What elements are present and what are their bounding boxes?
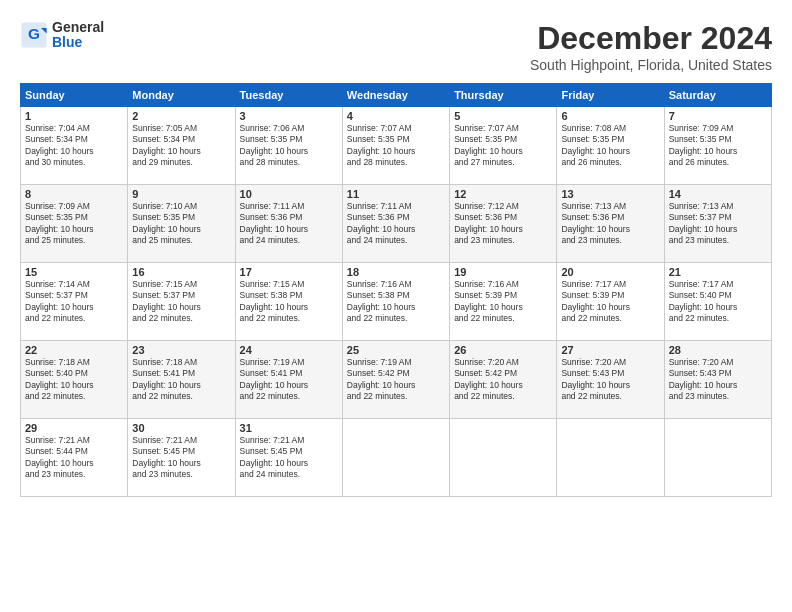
day-info: Sunrise: 7:13 AM Sunset: 5:37 PM Dayligh… bbox=[669, 201, 767, 247]
calendar-header-row: SundayMondayTuesdayWednesdayThursdayFrid… bbox=[21, 84, 772, 107]
calendar-cell: 15Sunrise: 7:14 AM Sunset: 5:37 PM Dayli… bbox=[21, 263, 128, 341]
calendar-cell: 13Sunrise: 7:13 AM Sunset: 5:36 PM Dayli… bbox=[557, 185, 664, 263]
svg-text:G: G bbox=[28, 26, 40, 43]
calendar-cell: 10Sunrise: 7:11 AM Sunset: 5:36 PM Dayli… bbox=[235, 185, 342, 263]
calendar-week-1: 1Sunrise: 7:04 AM Sunset: 5:34 PM Daylig… bbox=[21, 107, 772, 185]
day-number: 4 bbox=[347, 110, 445, 122]
day-info: Sunrise: 7:10 AM Sunset: 5:35 PM Dayligh… bbox=[132, 201, 230, 247]
day-info: Sunrise: 7:14 AM Sunset: 5:37 PM Dayligh… bbox=[25, 279, 123, 325]
calendar-cell: 28Sunrise: 7:20 AM Sunset: 5:43 PM Dayli… bbox=[664, 341, 771, 419]
day-number: 30 bbox=[132, 422, 230, 434]
day-number: 6 bbox=[561, 110, 659, 122]
location: South Highpoint, Florida, United States bbox=[530, 57, 772, 73]
calendar-cell: 18Sunrise: 7:16 AM Sunset: 5:38 PM Dayli… bbox=[342, 263, 449, 341]
day-number: 27 bbox=[561, 344, 659, 356]
day-info: Sunrise: 7:15 AM Sunset: 5:38 PM Dayligh… bbox=[240, 279, 338, 325]
calendar-header-wednesday: Wednesday bbox=[342, 84, 449, 107]
calendar-header-tuesday: Tuesday bbox=[235, 84, 342, 107]
calendar-cell: 3Sunrise: 7:06 AM Sunset: 5:35 PM Daylig… bbox=[235, 107, 342, 185]
day-info: Sunrise: 7:20 AM Sunset: 5:43 PM Dayligh… bbox=[669, 357, 767, 403]
day-number: 18 bbox=[347, 266, 445, 278]
day-info: Sunrise: 7:20 AM Sunset: 5:43 PM Dayligh… bbox=[561, 357, 659, 403]
day-number: 10 bbox=[240, 188, 338, 200]
calendar-cell: 24Sunrise: 7:19 AM Sunset: 5:41 PM Dayli… bbox=[235, 341, 342, 419]
calendar-cell bbox=[557, 419, 664, 497]
calendar-cell: 5Sunrise: 7:07 AM Sunset: 5:35 PM Daylig… bbox=[450, 107, 557, 185]
month-title: December 2024 bbox=[530, 20, 772, 57]
calendar-cell bbox=[664, 419, 771, 497]
day-number: 11 bbox=[347, 188, 445, 200]
calendar-week-5: 29Sunrise: 7:21 AM Sunset: 5:44 PM Dayli… bbox=[21, 419, 772, 497]
calendar-cell: 20Sunrise: 7:17 AM Sunset: 5:39 PM Dayli… bbox=[557, 263, 664, 341]
calendar-cell: 2Sunrise: 7:05 AM Sunset: 5:34 PM Daylig… bbox=[128, 107, 235, 185]
day-number: 19 bbox=[454, 266, 552, 278]
calendar-cell: 23Sunrise: 7:18 AM Sunset: 5:41 PM Dayli… bbox=[128, 341, 235, 419]
calendar-cell: 1Sunrise: 7:04 AM Sunset: 5:34 PM Daylig… bbox=[21, 107, 128, 185]
logo-text: General Blue bbox=[52, 20, 104, 51]
calendar-header-sunday: Sunday bbox=[21, 84, 128, 107]
calendar-cell: 26Sunrise: 7:20 AM Sunset: 5:42 PM Dayli… bbox=[450, 341, 557, 419]
day-number: 2 bbox=[132, 110, 230, 122]
calendar-cell: 16Sunrise: 7:15 AM Sunset: 5:37 PM Dayli… bbox=[128, 263, 235, 341]
day-info: Sunrise: 7:08 AM Sunset: 5:35 PM Dayligh… bbox=[561, 123, 659, 169]
day-number: 14 bbox=[669, 188, 767, 200]
calendar-cell bbox=[450, 419, 557, 497]
calendar-cell: 9Sunrise: 7:10 AM Sunset: 5:35 PM Daylig… bbox=[128, 185, 235, 263]
day-number: 31 bbox=[240, 422, 338, 434]
logo-general: General bbox=[52, 20, 104, 35]
logo-icon: G bbox=[20, 21, 48, 49]
day-info: Sunrise: 7:18 AM Sunset: 5:41 PM Dayligh… bbox=[132, 357, 230, 403]
calendar-cell: 4Sunrise: 7:07 AM Sunset: 5:35 PM Daylig… bbox=[342, 107, 449, 185]
day-info: Sunrise: 7:12 AM Sunset: 5:36 PM Dayligh… bbox=[454, 201, 552, 247]
day-number: 17 bbox=[240, 266, 338, 278]
calendar-header-friday: Friday bbox=[557, 84, 664, 107]
day-info: Sunrise: 7:07 AM Sunset: 5:35 PM Dayligh… bbox=[454, 123, 552, 169]
day-number: 26 bbox=[454, 344, 552, 356]
day-number: 9 bbox=[132, 188, 230, 200]
calendar-cell: 30Sunrise: 7:21 AM Sunset: 5:45 PM Dayli… bbox=[128, 419, 235, 497]
day-info: Sunrise: 7:11 AM Sunset: 5:36 PM Dayligh… bbox=[347, 201, 445, 247]
day-number: 7 bbox=[669, 110, 767, 122]
day-number: 21 bbox=[669, 266, 767, 278]
day-info: Sunrise: 7:04 AM Sunset: 5:34 PM Dayligh… bbox=[25, 123, 123, 169]
calendar-cell: 7Sunrise: 7:09 AM Sunset: 5:35 PM Daylig… bbox=[664, 107, 771, 185]
day-number: 20 bbox=[561, 266, 659, 278]
calendar-header-thursday: Thursday bbox=[450, 84, 557, 107]
day-number: 22 bbox=[25, 344, 123, 356]
calendar-cell: 17Sunrise: 7:15 AM Sunset: 5:38 PM Dayli… bbox=[235, 263, 342, 341]
calendar-week-2: 8Sunrise: 7:09 AM Sunset: 5:35 PM Daylig… bbox=[21, 185, 772, 263]
day-number: 25 bbox=[347, 344, 445, 356]
day-info: Sunrise: 7:15 AM Sunset: 5:37 PM Dayligh… bbox=[132, 279, 230, 325]
logo: G General Blue bbox=[20, 20, 104, 51]
day-info: Sunrise: 7:19 AM Sunset: 5:42 PM Dayligh… bbox=[347, 357, 445, 403]
day-info: Sunrise: 7:17 AM Sunset: 5:40 PM Dayligh… bbox=[669, 279, 767, 325]
calendar-header-monday: Monday bbox=[128, 84, 235, 107]
day-number: 24 bbox=[240, 344, 338, 356]
day-info: Sunrise: 7:18 AM Sunset: 5:40 PM Dayligh… bbox=[25, 357, 123, 403]
calendar-cell: 6Sunrise: 7:08 AM Sunset: 5:35 PM Daylig… bbox=[557, 107, 664, 185]
day-info: Sunrise: 7:20 AM Sunset: 5:42 PM Dayligh… bbox=[454, 357, 552, 403]
calendar-cell: 19Sunrise: 7:16 AM Sunset: 5:39 PM Dayli… bbox=[450, 263, 557, 341]
day-number: 1 bbox=[25, 110, 123, 122]
day-number: 13 bbox=[561, 188, 659, 200]
day-info: Sunrise: 7:17 AM Sunset: 5:39 PM Dayligh… bbox=[561, 279, 659, 325]
calendar-cell: 25Sunrise: 7:19 AM Sunset: 5:42 PM Dayli… bbox=[342, 341, 449, 419]
day-info: Sunrise: 7:21 AM Sunset: 5:44 PM Dayligh… bbox=[25, 435, 123, 481]
page: G General Blue December 2024 South Highp… bbox=[0, 0, 792, 612]
calendar-cell: 11Sunrise: 7:11 AM Sunset: 5:36 PM Dayli… bbox=[342, 185, 449, 263]
calendar-table: SundayMondayTuesdayWednesdayThursdayFrid… bbox=[20, 83, 772, 497]
day-number: 5 bbox=[454, 110, 552, 122]
calendar-header-saturday: Saturday bbox=[664, 84, 771, 107]
calendar-cell: 22Sunrise: 7:18 AM Sunset: 5:40 PM Dayli… bbox=[21, 341, 128, 419]
calendar-cell: 14Sunrise: 7:13 AM Sunset: 5:37 PM Dayli… bbox=[664, 185, 771, 263]
day-number: 16 bbox=[132, 266, 230, 278]
day-info: Sunrise: 7:16 AM Sunset: 5:39 PM Dayligh… bbox=[454, 279, 552, 325]
calendar-week-3: 15Sunrise: 7:14 AM Sunset: 5:37 PM Dayli… bbox=[21, 263, 772, 341]
day-info: Sunrise: 7:13 AM Sunset: 5:36 PM Dayligh… bbox=[561, 201, 659, 247]
day-info: Sunrise: 7:21 AM Sunset: 5:45 PM Dayligh… bbox=[240, 435, 338, 481]
day-info: Sunrise: 7:19 AM Sunset: 5:41 PM Dayligh… bbox=[240, 357, 338, 403]
day-info: Sunrise: 7:07 AM Sunset: 5:35 PM Dayligh… bbox=[347, 123, 445, 169]
calendar-cell bbox=[342, 419, 449, 497]
title-block: December 2024 South Highpoint, Florida, … bbox=[530, 20, 772, 73]
day-info: Sunrise: 7:05 AM Sunset: 5:34 PM Dayligh… bbox=[132, 123, 230, 169]
